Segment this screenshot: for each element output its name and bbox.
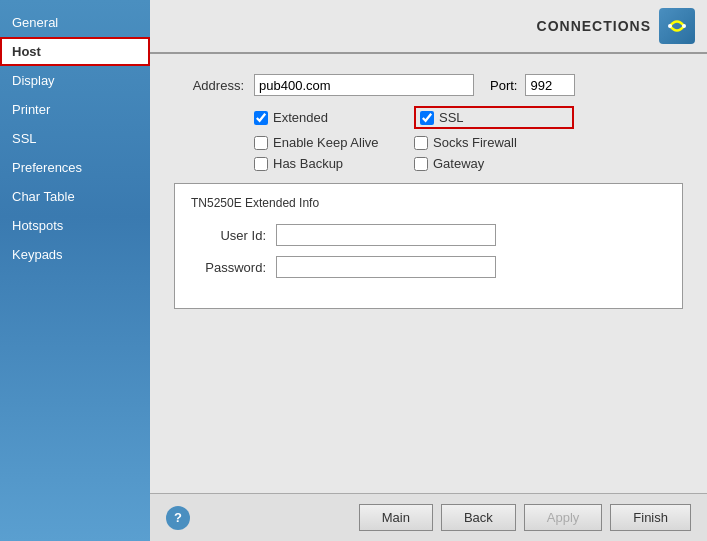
sidebar-item-hotspots[interactable]: Hotspots [0, 211, 150, 240]
tn5250e-box: TN5250E Extended Info User Id: Password: [174, 183, 683, 309]
address-row: Address: Port: [174, 74, 683, 96]
password-label: Password: [191, 260, 266, 275]
checkbox-extended: Extended [254, 110, 414, 125]
ssl-checkbox[interactable] [420, 111, 434, 125]
svg-point-1 [682, 24, 686, 28]
has-backup-checkbox[interactable] [254, 157, 268, 171]
footer: ? Main Back Apply Finish [150, 493, 707, 541]
back-button[interactable]: Back [441, 504, 516, 531]
sidebar-item-host[interactable]: Host [0, 37, 150, 66]
sidebar-item-preferences[interactable]: Preferences [0, 153, 150, 182]
address-input[interactable] [254, 74, 474, 96]
sidebar-item-keypads[interactable]: Keypads [0, 240, 150, 269]
sidebar-item-general[interactable]: General [0, 8, 150, 37]
checkbox-socks-firewall: Socks Firewall [414, 135, 574, 150]
header-bar: CONNECTIONS [150, 0, 707, 54]
port-input[interactable] [525, 74, 575, 96]
password-row: Password: [191, 256, 666, 278]
checkbox-has-backup: Has Backup [254, 156, 414, 171]
sidebar-item-ssl[interactable]: SSL [0, 124, 150, 153]
checkbox-gateway: Gateway [414, 156, 574, 171]
checkbox-keep-alive: Enable Keep Alive [254, 135, 414, 150]
port-label: Port: [490, 78, 517, 93]
main-content: CONNECTIONS Address: Port: Extend [150, 0, 707, 541]
connections-icon [659, 8, 695, 44]
address-label: Address: [174, 78, 244, 93]
userid-row: User Id: [191, 224, 666, 246]
connections-title: CONNECTIONS [537, 18, 651, 34]
userid-input[interactable] [276, 224, 496, 246]
extended-checkbox[interactable] [254, 111, 268, 125]
userid-label: User Id: [191, 228, 266, 243]
form-area: Address: Port: Extended SSL [150, 54, 707, 493]
password-input[interactable] [276, 256, 496, 278]
svg-point-0 [668, 24, 672, 28]
checkbox-row-2: Enable Keep Alive Socks Firewall [254, 135, 683, 150]
socks-firewall-checkbox[interactable] [414, 136, 428, 150]
sidebar-item-display[interactable]: Display [0, 66, 150, 95]
apply-button[interactable]: Apply [524, 504, 603, 531]
main-button[interactable]: Main [359, 504, 433, 531]
checkbox-row-1: Extended SSL [254, 106, 683, 129]
gateway-checkbox[interactable] [414, 157, 428, 171]
tn-box-title: TN5250E Extended Info [191, 196, 666, 210]
keep-alive-checkbox[interactable] [254, 136, 268, 150]
help-button[interactable]: ? [166, 506, 190, 530]
finish-button[interactable]: Finish [610, 504, 691, 531]
checkbox-row-3: Has Backup Gateway [254, 156, 683, 171]
checkboxes-area: Extended SSL Enable Keep Alive Socks Fir… [254, 106, 683, 171]
sidebar: General Host Display Printer SSL Prefere… [0, 0, 150, 541]
sidebar-item-printer[interactable]: Printer [0, 95, 150, 124]
checkbox-ssl-highlighted: SSL [414, 106, 574, 129]
sidebar-item-char-table[interactable]: Char Table [0, 182, 150, 211]
